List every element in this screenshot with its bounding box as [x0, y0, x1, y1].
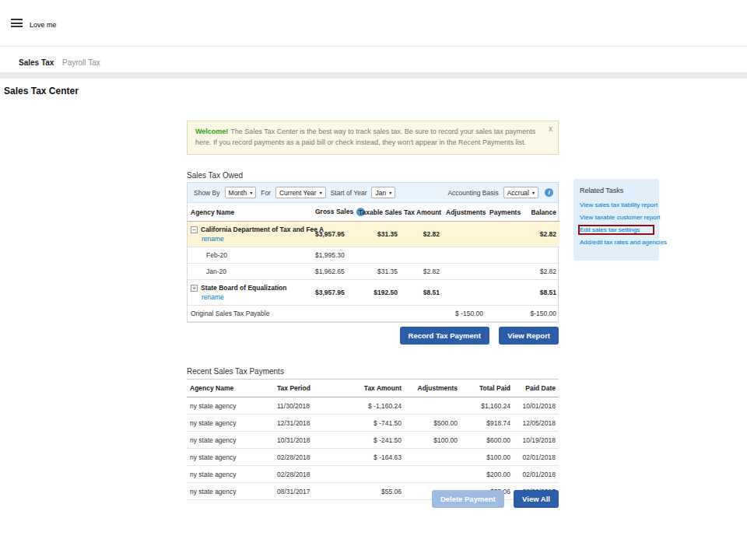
for-label: For [261, 189, 271, 197]
record-tax-payment-button[interactable]: Record Tax Payment [400, 327, 489, 345]
owed-cell: $1,962.65 [312, 264, 356, 280]
recent-table-header-row: Agency NameTax PeriodTax AmountAdjustmen… [187, 380, 559, 397]
delete-payment-button[interactable]: Delete Payment [432, 490, 504, 508]
accounting-basis-info-icon[interactable]: i [545, 188, 553, 197]
owed-actions: Record Tax Payment View Report [187, 327, 559, 345]
period-name: Feb-20 [191, 251, 309, 259]
recent-col-header: Total Paid [461, 380, 514, 397]
owed-cell: $31.35 [356, 222, 401, 247]
recent-table-row[interactable]: ny state agency02/28/2018$200.0002/01/20… [187, 466, 559, 483]
related-tasks-panel: Related Tasks View sales tax liability r… [573, 179, 659, 261]
owed-table-row[interactable]: Jan-20$1,962.65$31.35$2.82$2.82 [188, 264, 559, 280]
owed-cell [312, 306, 356, 322]
sales-tax-owed-title: Sales Tax Owed [187, 171, 243, 180]
recent-cell: 02/28/2018 [274, 449, 344, 466]
related-tasks-links: View sales tax liability reportView taxa… [580, 201, 653, 246]
accounting-basis-value: Accrual [507, 189, 529, 197]
recent-col-header: Adjustments [405, 380, 461, 397]
rename-link[interactable]: rename [202, 235, 309, 243]
page-title: Sales Tax Center [4, 86, 79, 96]
for-value: Current Year [279, 189, 317, 197]
owed-table-row[interactable]: Original Sales Tax Payable$ -150.00$-150… [188, 306, 559, 322]
recent-cell [405, 466, 461, 483]
agency-name-cell: −California Department of Tax and Fee Ar… [188, 222, 312, 247]
owed-cell: $2.82 [521, 222, 559, 247]
view-all-button[interactable]: View All [514, 490, 559, 508]
agency-name-cell: Jan-20 [188, 264, 312, 280]
period-name: Jan-20 [191, 268, 309, 275]
recent-col-header: Paid Date [514, 380, 559, 397]
recent-col-header: Tax Amount [344, 380, 405, 397]
owed-table-body: −California Department of Tax and Fee Ar… [188, 222, 559, 322]
owed-col-header: Adjustments [443, 203, 486, 222]
hamburger-menu-icon[interactable] [11, 19, 23, 27]
collapse-icon[interactable]: − [191, 226, 198, 233]
owed-table-row[interactable]: −California Department of Tax and Fee Ar… [188, 222, 559, 247]
top-bar: Love me [0, 0, 747, 47]
recent-cell: 10/31/2018 [274, 432, 344, 449]
recent-cell: ny state agency [187, 466, 274, 483]
owed-cell [521, 247, 559, 264]
sales-tax-center-page: Love me Sales Tax Payroll Tax Sales Tax … [0, 0, 747, 560]
owed-cell [486, 222, 521, 247]
recent-payments-section: Agency NameTax PeriodTax AmountAdjustmen… [187, 379, 559, 500]
related-task-link[interactable]: View sales tax liability report [580, 201, 653, 208]
related-task-link-annotated[interactable]: Edit sales tax settings [580, 226, 653, 233]
recent-payments-title: Recent Sales Tax Payments [187, 367, 284, 376]
owed-cell: $8.51 [401, 280, 443, 306]
related-task-link[interactable]: View taxable customer report [580, 214, 653, 221]
recent-cell: $ -241.50 [344, 432, 405, 449]
owed-table-row[interactable]: Feb-20$1,995.30 [188, 247, 559, 264]
sales-tax-owed-section: Show By Month▾ For Current Year▾ Start o… [187, 182, 559, 323]
recent-table-row[interactable]: ny state agency02/28/2018$ -164.63$100.0… [187, 449, 559, 466]
recent-table-row[interactable]: ny state agency12/31/2018$ -741.50$500.0… [187, 415, 559, 432]
banner-close-icon[interactable]: x [549, 123, 552, 135]
rename-link[interactable]: rename [202, 293, 309, 301]
view-report-button[interactable]: View Report [499, 327, 559, 345]
for-dropdown[interactable]: Current Year▾ [275, 187, 326, 198]
show-by-dropdown[interactable]: Month▾ [225, 187, 257, 198]
show-by-value: Month [229, 189, 247, 197]
recent-table-body: ny state agency11/30/2018$ -1,160.24$1,1… [187, 397, 559, 500]
welcome-banner: Welcome!The Sales Tax Center is the best… [187, 121, 559, 155]
start-of-year-label: Start of Year [331, 189, 367, 197]
owed-col-header: Taxable Sales [356, 203, 401, 222]
recent-actions: Delete Payment View All [187, 490, 559, 508]
agency-name-cell: Original Sales Tax Payable [188, 306, 312, 322]
owed-col-header: Agency Name [188, 203, 312, 222]
recent-col-header: Agency Name [187, 380, 274, 397]
owed-controls-bar: Show By Month▾ For Current Year▾ Start o… [188, 183, 558, 203]
recent-cell: 02/01/2018 [514, 449, 559, 466]
owed-table-header-row: Agency NameGross SalesiTaxable SalesTax … [188, 203, 559, 222]
owed-cell [401, 247, 443, 264]
recent-cell [405, 449, 461, 466]
related-tasks-title: Related Tasks [580, 187, 653, 194]
owed-cell: $31.35 [356, 264, 401, 280]
recent-table-row[interactable]: ny state agency10/31/2018$ -241.50$100.0… [187, 432, 559, 449]
owed-table-row[interactable]: +State Board of Equalizationrename$3,957… [188, 280, 559, 306]
chevron-down-icon: ▾ [320, 190, 322, 195]
owed-cell: $2.82 [401, 222, 443, 247]
owed-cell: $1,995.30 [312, 247, 356, 264]
recent-cell: 10/19/2018 [514, 432, 559, 449]
owed-cell [356, 247, 401, 264]
owed-cell [443, 264, 486, 280]
owed-col-header: Gross Salesi [312, 203, 356, 222]
owed-cell [356, 306, 401, 322]
accounting-basis-dropdown[interactable]: Accrual▾ [503, 187, 538, 198]
owed-col-header: Payments [486, 203, 521, 222]
start-of-year-dropdown[interactable]: Jan▾ [371, 187, 395, 198]
recent-cell: $600.00 [461, 432, 514, 449]
show-by-label: Show By [194, 189, 220, 197]
expand-icon[interactable]: + [191, 285, 198, 292]
tab-payroll-tax[interactable]: Payroll Tax [62, 58, 100, 67]
recent-cell: 12/31/2018 [274, 415, 344, 432]
recent-table-row[interactable]: ny state agency11/30/2018$ -1,160.24$1,1… [187, 397, 559, 415]
chevron-down-icon: ▾ [389, 190, 391, 195]
related-task-link[interactable]: Add/edit tax rates and agencies [580, 239, 653, 246]
welcome-banner-bold: Welcome! [195, 128, 228, 135]
recent-cell: $1,160.24 [461, 397, 514, 415]
recent-col-header: Tax Period [274, 380, 344, 397]
owed-cell: $8.51 [521, 280, 559, 306]
agency-name: California Department of Tax and Fee A [201, 226, 324, 233]
